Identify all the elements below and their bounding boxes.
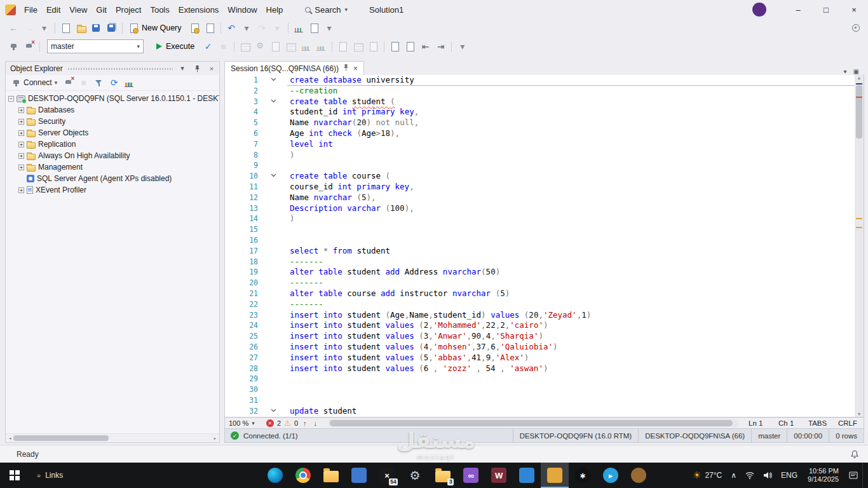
expander-plus-icon[interactable]: + bbox=[18, 107, 24, 113]
filter-icon[interactable] bbox=[92, 76, 106, 90]
activity-monitor-icon[interactable] bbox=[292, 21, 306, 36]
code-line[interactable]: 12Name nvarchar (5), bbox=[225, 193, 855, 203]
settings-icon[interactable]: ⚙ bbox=[401, 463, 429, 488]
code-line[interactable]: 27insert into student values (5,'abbas',… bbox=[225, 353, 855, 363]
expander-plus-icon[interactable]: + bbox=[18, 142, 24, 147]
menu-help[interactable]: Help bbox=[262, 1, 288, 18]
visual-studio-icon[interactable]: ∞ bbox=[457, 463, 485, 488]
activity-monitor-icon[interactable] bbox=[122, 76, 137, 90]
increase-indent-icon[interactable]: ⇥ bbox=[433, 39, 448, 54]
menu-view[interactable]: View bbox=[65, 1, 92, 18]
code-line[interactable]: 10create table course ( bbox=[225, 171, 855, 182]
ssms-icon[interactable] bbox=[541, 463, 569, 488]
telegram-icon[interactable]: ▸ bbox=[597, 463, 625, 488]
pin-tab-icon[interactable] bbox=[343, 64, 349, 73]
disconnect-icon[interactable] bbox=[61, 76, 76, 90]
links-toolbar[interactable]: » Links bbox=[29, 463, 71, 488]
expander-plus-icon[interactable]: + bbox=[18, 119, 24, 125]
code-line[interactable]: 11course_id int primary key, bbox=[225, 182, 855, 193]
code-line[interactable]: 14) bbox=[225, 214, 855, 224]
warning-icon[interactable]: ⚠ bbox=[284, 419, 291, 427]
open-recent-query-icon[interactable] bbox=[203, 21, 217, 36]
available-databases-combobox[interactable]: master ▾ bbox=[47, 39, 144, 53]
object-explorer-titlebar[interactable]: Object Explorer ▾ × bbox=[6, 62, 219, 75]
code-line[interactable]: 32update student bbox=[225, 406, 855, 417]
tab-list-icon[interactable]: ▾ bbox=[844, 68, 847, 75]
menu-tools[interactable]: Tools bbox=[146, 1, 173, 18]
tree-item-desktop-oqdq9fn-sql-server-1[interactable]: −DESKTOP-OQDQ9FN (SQL Server 16.0.1150.1… bbox=[6, 93, 219, 104]
menu-git[interactable]: Git bbox=[92, 1, 111, 18]
comment-selection-icon[interactable] bbox=[388, 39, 402, 54]
tree-item-always-on-high-availability[interactable]: +Always On High Availability bbox=[6, 150, 219, 161]
show-desktop-button[interactable] bbox=[862, 463, 865, 488]
fold-collapse-icon[interactable] bbox=[271, 99, 276, 103]
code-line[interactable]: 7level int bbox=[225, 139, 855, 150]
chatgpt-icon[interactable]: ∗ bbox=[569, 463, 597, 488]
code-line[interactable]: 26insert into student values (4,'mohsen'… bbox=[225, 342, 855, 353]
fold-collapse-icon[interactable] bbox=[271, 78, 276, 81]
tab-session-16[interactable]: Session 16(SQ...Q9FN\SA (66)) × bbox=[224, 61, 364, 75]
zoom-control[interactable]: 100 % ▾ bbox=[229, 419, 263, 427]
volume-icon[interactable] bbox=[759, 463, 776, 488]
window-position-icon[interactable]: ▾ bbox=[177, 64, 187, 74]
minimize-button[interactable]: – bbox=[784, 0, 812, 19]
scroll-left-icon[interactable]: ◂ bbox=[7, 436, 13, 441]
code-line[interactable]: 21alter table course add instructor nvar… bbox=[225, 288, 855, 299]
horizontal-scrollbar[interactable] bbox=[329, 419, 739, 427]
scrollbar-thumb[interactable] bbox=[330, 420, 733, 426]
parse-icon[interactable]: ✓ bbox=[201, 39, 215, 54]
chrome-icon[interactable] bbox=[289, 463, 317, 488]
tray-expand-icon[interactable]: ∧ bbox=[726, 463, 741, 488]
code-line[interactable]: 30 bbox=[225, 384, 855, 395]
undo-icon[interactable]: ↶ bbox=[224, 21, 239, 36]
toolbar-options-icon[interactable]: ▾ bbox=[322, 21, 337, 36]
file-explorer-downloads-icon[interactable]: 3 bbox=[429, 463, 457, 488]
code-line[interactable]: 23insert into student (Age,Name,student_… bbox=[225, 310, 855, 321]
clock[interactable]: 10:56 PM 9/14/2025 bbox=[802, 463, 844, 488]
undo-dropdown-icon[interactable]: ▾ bbox=[240, 21, 254, 36]
navigate-backward-icon[interactable]: ← bbox=[6, 21, 21, 36]
x-app-icon[interactable]: ×54 bbox=[373, 463, 401, 488]
network-icon[interactable] bbox=[741, 463, 759, 488]
expander-minus-icon[interactable]: − bbox=[8, 96, 14, 102]
notifications-bell-icon[interactable] bbox=[850, 450, 859, 459]
expander-plus-icon[interactable]: + bbox=[18, 130, 24, 136]
fold-collapse-icon[interactable] bbox=[271, 173, 276, 177]
weather-widget[interactable]: ☀ 27°C bbox=[688, 463, 726, 488]
database-engine-query-icon[interactable] bbox=[187, 21, 202, 36]
code-editor[interactable]: 1create database university2--creation3c… bbox=[224, 75, 864, 417]
code-line[interactable]: 18------- bbox=[225, 257, 855, 268]
code-line[interactable]: 9 bbox=[225, 160, 855, 171]
menu-project[interactable]: Project bbox=[111, 1, 146, 18]
tree-item-server-objects[interactable]: +Server Objects bbox=[6, 127, 219, 139]
execute-button[interactable]: Execute bbox=[151, 41, 200, 52]
database-indicator[interactable]: master bbox=[751, 429, 787, 442]
action-center-icon[interactable] bbox=[844, 463, 862, 488]
code-line[interactable]: 13Description varchar (100), bbox=[225, 203, 855, 214]
close-tab-icon[interactable]: × bbox=[353, 64, 358, 73]
menu-edit[interactable]: Edit bbox=[42, 1, 65, 18]
vscode-icon[interactable] bbox=[513, 463, 541, 488]
code-line[interactable]: 16 bbox=[225, 235, 855, 246]
tree-item-replication[interactable]: +Replication bbox=[6, 139, 219, 150]
tree-item-xevent-profiler[interactable]: +XEvent Profiler bbox=[6, 184, 219, 196]
code-line[interactable]: 22------- bbox=[225, 299, 855, 310]
code-line[interactable]: 25insert into student values (3,'Anwar',… bbox=[225, 331, 855, 342]
menu-file[interactable]: File bbox=[20, 1, 42, 18]
code-line[interactable]: 28insert into student values (6 , 'zozz'… bbox=[225, 363, 855, 374]
new-file-icon[interactable] bbox=[58, 21, 73, 36]
error-icon[interactable]: × bbox=[266, 419, 274, 427]
code-area[interactable]: 1create database university2--creation3c… bbox=[225, 75, 855, 417]
code-line[interactable]: 24insert into student values (2,'Mohamme… bbox=[225, 320, 855, 331]
scroll-right-icon[interactable]: ▸ bbox=[212, 436, 218, 441]
tree-item-databases[interactable]: +Databases bbox=[6, 104, 219, 116]
search-control[interactable]: Search ▾ bbox=[300, 3, 353, 17]
send-feedback-icon[interactable] bbox=[848, 21, 863, 36]
word-icon[interactable]: W bbox=[485, 463, 513, 488]
server-indicator[interactable]: DESKTOP-OQDQ9FN (16.0 RTM) bbox=[513, 429, 639, 442]
fold-collapse-icon[interactable] bbox=[271, 409, 276, 412]
navigate-dropdown-icon[interactable]: ▾ bbox=[37, 21, 51, 36]
open-file-icon[interactable] bbox=[74, 21, 88, 36]
start-button[interactable] bbox=[0, 463, 29, 488]
code-line[interactable]: 6Age int check (Age>18), bbox=[225, 128, 855, 139]
